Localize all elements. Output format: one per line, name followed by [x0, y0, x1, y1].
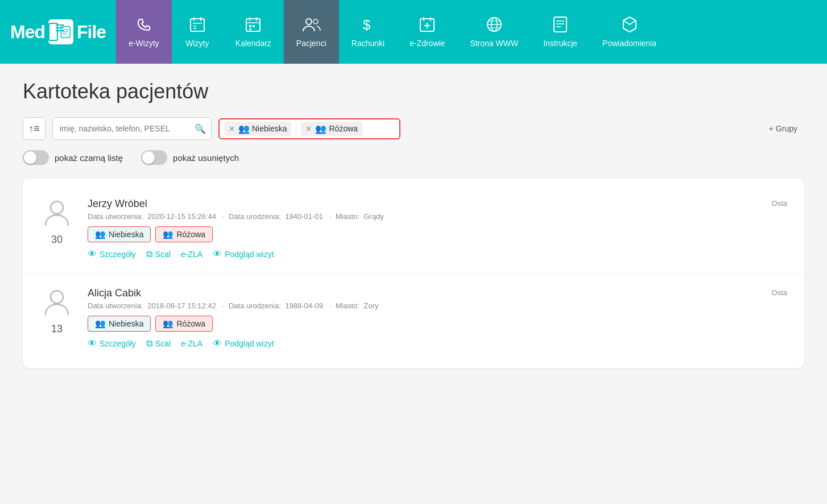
podglad-label-2: Podgląd wizyt [225, 339, 274, 348]
kalendarz-icon [245, 16, 261, 35]
ezla-label-2: e-ZLA [181, 339, 202, 348]
patient-avatar-wrap-2: 13 [40, 287, 74, 335]
visit-count-2: 13 [51, 323, 63, 335]
tag-label-niebieska-2: Niebieska [109, 319, 143, 328]
toggle-row: pokaż czarną listę pokaż usuniętych [23, 150, 804, 165]
patient-name: Jerzy Wróbel [88, 198, 758, 210]
search-row: ↑≡ 🔍 ✕ 👥 Niebieska ✕ 👥 Różowa + Grupy [23, 117, 804, 140]
search-input[interactable] [52, 117, 212, 140]
patient-list: 30 Jerzy Wróbel Data utworzenia: 2020-12… [23, 179, 804, 368]
sort-button[interactable]: ↑≡ [23, 117, 46, 140]
podglad-button[interactable]: 👁 Podgląd wizyt [213, 249, 274, 259]
nav-item-stronawww[interactable]: Strona WWW [457, 0, 531, 64]
logo-area: Med File [0, 0, 116, 64]
logo-file-icon [48, 19, 73, 44]
nav-item-instrukcje[interactable]: Instrukcje [531, 0, 590, 64]
tag-label-niebieska: Niebieska [109, 230, 143, 239]
scal-label: Scal [155, 250, 171, 259]
search-input-wrap: 🔍 [52, 117, 212, 140]
stronawww-icon [486, 16, 503, 35]
filter-tag-rozowa[interactable]: ✕ 👥 Różowa [301, 122, 362, 136]
filter-tag-divider [296, 122, 296, 135]
patient-tag-niebieska-2: 👥 Niebieska [88, 316, 151, 332]
svg-point-35 [51, 291, 63, 303]
patient-created-date-2: 2018-08-17 15:12:42 [147, 301, 216, 310]
last-visit-info: Osta [772, 198, 787, 208]
main-nav: e-Wizyty Wizyty [116, 0, 669, 64]
toggle-usunieci-label: pokaż usuniętych [173, 153, 239, 163]
svg-rect-4 [191, 19, 204, 31]
ewizyty-icon [135, 16, 152, 35]
filter-tag-niebieska[interactable]: ✕ 👥 Niebieska [224, 122, 291, 136]
nav-item-kalendarz[interactable]: Kalendarz [223, 0, 284, 64]
nav-item-rachunki[interactable]: $ Rachunki [339, 0, 397, 64]
toggle-usunieci-switch[interactable] [141, 150, 167, 165]
patient-tag-rozowa: 👥 Różowa [155, 226, 213, 242]
search-icon: 🔍 [195, 123, 206, 134]
nav-item-ezdrowie[interactable]: e-Zdrowie [397, 0, 457, 64]
nav-item-wizyty[interactable]: Wizyty [172, 0, 223, 64]
tag-blue-icon-2: 👥 [95, 319, 106, 329]
group-blue-icon: 👥 [238, 123, 250, 134]
nav-item-ewizyty[interactable]: e-Wizyty [116, 0, 172, 64]
ezla-label: e-ZLA [181, 250, 202, 259]
group-pink-icon: 👥 [315, 123, 326, 134]
nav-item-pacjenci[interactable]: Pacjenci [284, 0, 339, 64]
svg-point-34 [51, 201, 63, 214]
toggle-usunieci: pokaż usuniętych [141, 150, 239, 165]
patient-city: Grądy [363, 212, 383, 221]
patient-birthdate-2: 1988-04-09 [285, 301, 323, 310]
podglad-button-2[interactable]: 👁 Podgląd wizyt [213, 338, 274, 349]
scal-button-2[interactable]: ⧉ Scal [146, 338, 171, 349]
svg-point-18 [313, 19, 318, 24]
last-visit-info-2: Osta [772, 287, 787, 297]
svg-text:$: $ [363, 17, 370, 32]
patient-city-2: Żory [363, 301, 378, 310]
add-groups-button[interactable]: + Grupy [762, 121, 804, 137]
patient-birthdate: 1940-01-01 [285, 212, 323, 221]
rachunki-icon: $ [361, 16, 375, 35]
patient-actions: 👁 Szczegóły ⧉ Scal e-ZLA 👁 Podgląd wizyt [88, 249, 758, 259]
patient-avatar-wrap: 30 [40, 198, 74, 246]
podglad-icon: 👁 [213, 249, 222, 259]
svg-rect-14 [249, 25, 251, 27]
toggle-czarna-lista-label: pokaż czarną listę [55, 153, 123, 163]
pacjenci-icon [301, 16, 321, 35]
ezla-button[interactable]: e-ZLA [181, 250, 202, 259]
szczegoly-button-2[interactable]: 👁 Szczegóły [88, 338, 136, 349]
tag-label-rozowa-2: Różowa [176, 319, 205, 328]
scal-icon-2: ⧉ [146, 338, 152, 349]
eye-icon: 👁 [88, 249, 97, 259]
patient-tag-rozowa-2: 👥 Różowa [155, 316, 213, 332]
toggle-czarna-lista-switch[interactable] [23, 150, 49, 165]
patient-created-date: 2020-12-15 15:26:44 [147, 212, 216, 221]
scal-button[interactable]: ⧉ Scal [146, 249, 171, 259]
close-niebieska-icon[interactable]: ✕ [229, 125, 235, 133]
nav-item-powiadomienia[interactable]: Powiadomienia [590, 0, 669, 64]
eye-icon-2: 👁 [88, 338, 97, 349]
label-data-urodzenia: Data urodzenia: [229, 212, 281, 221]
table-row: 30 Jerzy Wróbel Data utworzenia: 2020-12… [23, 184, 804, 274]
ezla-button-2[interactable]: e-ZLA [181, 339, 202, 348]
patient-meta-2: Data utworzenia: 2018-08-17 15:12:42 · D… [88, 301, 758, 310]
scal-icon: ⧉ [146, 249, 152, 259]
podglad-icon-2: 👁 [213, 338, 222, 349]
tag-blue-icon: 👥 [95, 229, 106, 239]
toggle-czarna-lista: pokaż czarną listę [23, 150, 123, 165]
patient-info: Jerzy Wróbel Data utworzenia: 2020-12-15… [88, 198, 758, 259]
svg-rect-30 [554, 17, 567, 32]
label-data-utworzenia-2: Data utworzenia: [88, 301, 143, 310]
powiadomienia-icon [621, 16, 638, 35]
avatar [43, 198, 71, 232]
podglad-label: Podgląd wizyt [225, 250, 274, 259]
nav-label-stronawww: Strona WWW [470, 39, 518, 48]
svg-point-17 [306, 19, 312, 24]
tag-pink-icon: 👥 [163, 229, 173, 239]
close-rozowa-icon[interactable]: ✕ [305, 125, 312, 133]
patient-info-2: Alicja Cabik Data utworzenia: 2018-08-17… [88, 287, 758, 349]
nav-label-wizyty: Wizyty [185, 39, 209, 48]
szczegoly-button[interactable]: 👁 Szczegóły [88, 249, 136, 259]
ezdrowie-icon [419, 16, 435, 35]
patient-tag-niebieska: 👥 Niebieska [88, 226, 151, 242]
visit-count: 30 [51, 234, 63, 246]
